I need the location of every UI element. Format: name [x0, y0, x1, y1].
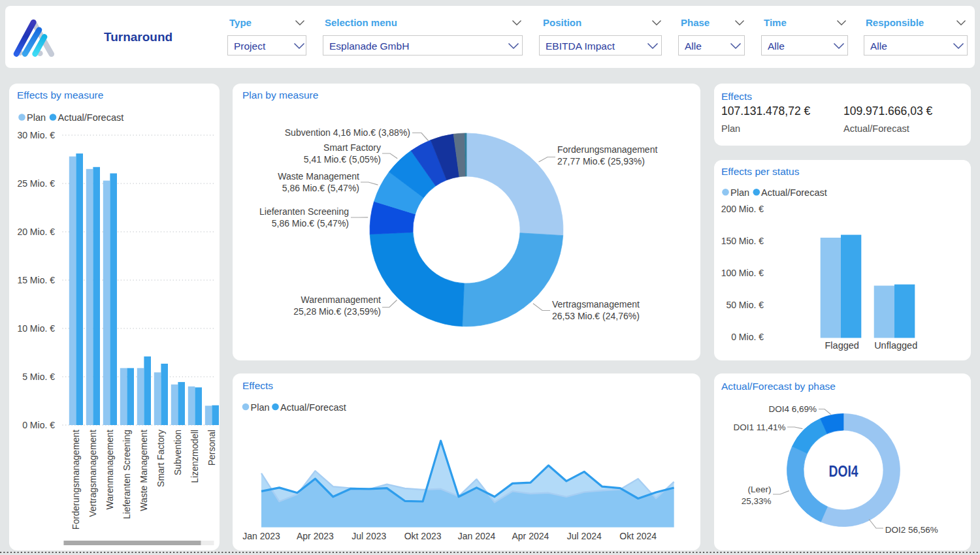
svg-text:200 Mio. €: 200 Mio. € — [721, 204, 764, 214]
svg-text:Apr 2024: Apr 2024 — [512, 531, 549, 541]
svg-text:Okt 2023: Okt 2023 — [404, 531, 442, 541]
svg-text:Actual/Forecast: Actual/Forecast — [280, 402, 346, 413]
svg-text:Warenmanagement: Warenmanagement — [301, 294, 382, 305]
svg-text:25,28 Mio.€ (23,59%): 25,28 Mio.€ (23,59%) — [293, 306, 381, 317]
svg-text:DOI4: DOI4 — [829, 463, 858, 480]
svg-text:25 Mio. €: 25 Mio. € — [17, 178, 55, 189]
svg-text:Forderungsmanagement: Forderungsmanagement — [71, 430, 81, 530]
svg-text:Subvention: Subvention — [172, 430, 183, 475]
svg-text:Lieferanten Screening: Lieferanten Screening — [122, 430, 132, 519]
svg-text:Effects by measure: Effects by measure — [17, 89, 103, 101]
svg-text:DOI2 56,56%: DOI2 56,56% — [885, 525, 938, 535]
svg-text:100 Mio. €: 100 Mio. € — [721, 268, 764, 278]
svg-text:Jul 2023: Jul 2023 — [351, 531, 386, 541]
svg-text:Effects per status: Effects per status — [721, 166, 800, 177]
svg-text:Smart Factory: Smart Factory — [155, 430, 166, 487]
svg-text:Lizenzmodell: Lizenzmodell — [189, 430, 200, 483]
svg-text:10 Mio. €: 10 Mio. € — [17, 323, 55, 334]
svg-text:26,53 Mio.€ (24,76%): 26,53 Mio.€ (24,76%) — [552, 311, 640, 321]
svg-text:Plan by measure: Plan by measure — [242, 89, 318, 101]
svg-text:Jan 2024: Jan 2024 — [458, 531, 496, 541]
svg-text:20 Mio. €: 20 Mio. € — [17, 227, 55, 237]
svg-text:Flagged: Flagged — [825, 340, 858, 351]
svg-text:Waste Management: Waste Management — [278, 171, 359, 182]
svg-text:0 Mio. €: 0 Mio. € — [22, 420, 55, 430]
svg-text:Vertragsmanagement: Vertragsmanagement — [88, 430, 98, 517]
svg-text:15 Mio. €: 15 Mio. € — [17, 275, 55, 285]
svg-text:30 Mio. €: 30 Mio. € — [17, 130, 55, 140]
svg-text:Warenmanagement: Warenmanagement — [105, 430, 115, 510]
svg-text:DOI1 11,41%: DOI1 11,41% — [733, 422, 785, 432]
svg-text:5 Mio. €: 5 Mio. € — [22, 372, 55, 382]
svg-text:Jul 2024: Jul 2024 — [567, 531, 602, 541]
svg-text:Plan: Plan — [251, 402, 270, 413]
svg-text:5,86 Mio.€ (5,47%): 5,86 Mio.€ (5,47%) — [282, 183, 359, 193]
svg-text:50 Mio. €: 50 Mio. € — [726, 300, 764, 310]
svg-text:Smart Factory: Smart Factory — [323, 142, 381, 153]
svg-text:25,33%: 25,33% — [742, 496, 772, 506]
svg-text:Okt 2024: Okt 2024 — [619, 531, 657, 541]
svg-text:Effects: Effects — [242, 380, 273, 391]
svg-text:Subvention 4,16 Mio.€ (3,88%): Subvention 4,16 Mio.€ (3,88%) — [285, 127, 410, 138]
svg-text:Actual/Forecast: Actual/Forecast — [761, 187, 827, 198]
svg-text:Plan: Plan — [730, 187, 749, 198]
svg-text:Actual/Forecast by phase: Actual/Forecast by phase — [721, 381, 836, 392]
svg-text:Plan: Plan — [27, 112, 46, 123]
svg-text:Unflagged: Unflagged — [874, 340, 917, 351]
svg-text:150 Mio. €: 150 Mio. € — [721, 236, 764, 246]
svg-text:Forderungsmanagement: Forderungsmanagement — [557, 144, 657, 155]
svg-text:DOI4 6,69%: DOI4 6,69% — [768, 404, 817, 414]
svg-text:Apr 2023: Apr 2023 — [297, 531, 334, 541]
svg-text:Personal: Personal — [206, 430, 217, 466]
svg-text:(Leer): (Leer) — [747, 484, 771, 494]
svg-text:Lieferanten Screening: Lieferanten Screening — [259, 206, 349, 217]
svg-text:Actual/Forecast: Actual/Forecast — [58, 112, 124, 123]
svg-text:5,41 Mio.€ (5,05%): 5,41 Mio.€ (5,05%) — [304, 154, 381, 165]
svg-text:5,86 Mio.€ (5,47%): 5,86 Mio.€ (5,47%) — [272, 218, 349, 229]
svg-text:Jan 2023: Jan 2023 — [242, 531, 280, 541]
svg-text:Vertragsmanagement: Vertragsmanagement — [552, 299, 640, 309]
svg-text:0 Mio. €: 0 Mio. € — [731, 332, 764, 342]
svg-text:27,77 Mio.€ (25,93%): 27,77 Mio.€ (25,93%) — [557, 156, 645, 166]
svg-text:Waste Management: Waste Management — [139, 430, 149, 511]
